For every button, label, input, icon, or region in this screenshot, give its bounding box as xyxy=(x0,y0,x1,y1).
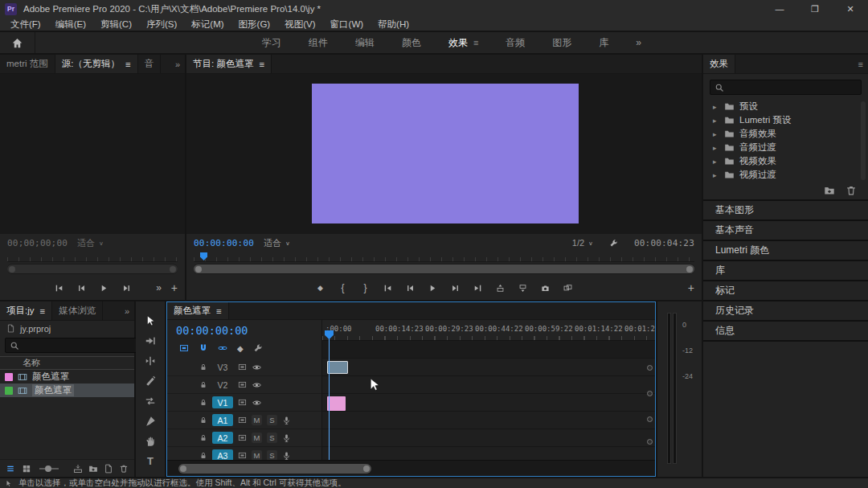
track-row-v2[interactable] xyxy=(322,376,655,394)
delete-custom-item-icon[interactable] xyxy=(845,185,857,196)
lift-button[interactable] xyxy=(489,284,511,293)
program-settings-button[interactable] xyxy=(603,239,624,248)
chevron-right-icon[interactable]: ▸ xyxy=(713,117,719,125)
slip-tool[interactable] xyxy=(142,395,158,407)
panel-tab-libraries[interactable]: 库 xyxy=(703,261,868,281)
lock-icon[interactable] xyxy=(199,398,207,407)
workspace-menu-icon[interactable]: ≡ xyxy=(473,38,478,47)
track-target-v1[interactable]: V1 xyxy=(212,396,233,408)
workspace-tab-color[interactable]: 颜色 xyxy=(402,36,421,50)
effects-search-input[interactable] xyxy=(728,83,857,92)
mute-button[interactable]: M xyxy=(252,450,262,460)
project-search-input[interactable] xyxy=(23,341,137,351)
lock-icon[interactable] xyxy=(199,363,207,371)
source-time-ruler[interactable] xyxy=(7,252,178,262)
tab-overflow-icon[interactable]: » xyxy=(170,55,185,73)
program-playhead[interactable] xyxy=(200,252,207,260)
workspace-tab-assembly[interactable]: 组件 xyxy=(309,36,328,50)
timeline-horizontal-scrollbar[interactable] xyxy=(167,460,655,476)
menu-item-sequence[interactable]: 序列(S) xyxy=(139,18,184,31)
playhead-line[interactable] xyxy=(329,333,330,460)
workspace-tab-libraries[interactable]: 库 xyxy=(599,36,608,50)
chevron-right-icon[interactable]: ▸ xyxy=(713,171,719,179)
effects-scrollbar[interactable] xyxy=(861,101,866,180)
button-editor-add-button[interactable]: + xyxy=(171,281,178,294)
home-button[interactable] xyxy=(0,32,35,53)
solo-button[interactable]: S xyxy=(267,433,277,443)
step-forward-button[interactable] xyxy=(116,284,137,293)
solo-button[interactable]: S xyxy=(267,450,277,460)
effects-search-box[interactable] xyxy=(710,80,862,95)
mark-out-button[interactable]: } xyxy=(354,282,376,293)
track-row-a2[interactable] xyxy=(322,429,655,447)
source-scrollbar[interactable] xyxy=(7,264,178,274)
audio-scroll-knob-top[interactable] xyxy=(647,416,653,422)
project-search-box[interactable] xyxy=(5,338,142,353)
track-row-v3[interactable] xyxy=(322,359,655,376)
track-target-v2[interactable]: V2 xyxy=(212,379,233,391)
track-select-tool[interactable] xyxy=(142,334,158,347)
mute-button[interactable]: M xyxy=(252,433,262,443)
program-resolution-select[interactable]: 1/2 ∨ xyxy=(572,238,593,248)
menu-item-window[interactable]: 窗口(W) xyxy=(323,18,371,31)
scrollbar-thumb[interactable] xyxy=(194,265,694,273)
tab-program-monitor[interactable]: 节目: 颜色遮罩 ≡ xyxy=(186,55,272,73)
step-forward-button[interactable] xyxy=(444,284,466,293)
panel-menu-icon[interactable]: ≡ xyxy=(259,59,264,69)
track-row-a3[interactable] xyxy=(322,447,655,460)
ripple-edit-tool[interactable] xyxy=(142,355,158,367)
menu-item-help[interactable]: 帮助(H) xyxy=(371,18,416,31)
clip-v3[interactable] xyxy=(327,361,348,374)
go-to-in-button[interactable] xyxy=(377,284,399,293)
go-to-out-button[interactable] xyxy=(467,284,489,293)
workspace-tab-effects[interactable]: 效果 xyxy=(448,36,468,50)
menu-item-markers[interactable]: 标记(M) xyxy=(184,18,231,31)
workspace-overflow-button[interactable]: » xyxy=(636,37,641,48)
chevron-right-icon[interactable]: ▸ xyxy=(713,130,719,138)
track-target-a1[interactable]: A1 xyxy=(212,414,233,426)
menu-item-clip[interactable]: 剪辑(C) xyxy=(93,18,139,31)
workspace-tab-editing[interactable]: 编辑 xyxy=(355,36,375,50)
step-back-button[interactable] xyxy=(71,284,92,293)
tab-audio-clip-mixer[interactable]: 音 xyxy=(138,55,162,73)
track-target-a2[interactable]: A2 xyxy=(212,432,233,444)
tab-source-monitor[interactable]: 源:（无剪辑） ≡ xyxy=(55,55,138,73)
voiceover-mic-icon[interactable] xyxy=(282,416,291,425)
timeline-track-area[interactable]: :00:00 00:00:14:23 00:00:29:23 00:00:44:… xyxy=(321,320,655,460)
menu-item-view[interactable]: 视图(V) xyxy=(277,18,322,31)
video-scroll-knob-bottom[interactable] xyxy=(647,391,653,396)
delete-icon[interactable] xyxy=(119,464,129,474)
tab-project[interactable]: 项目:jy ≡ xyxy=(0,301,52,320)
track-output-eye-icon[interactable] xyxy=(252,398,262,408)
effects-folder-video-transitions[interactable]: ▸ 视频过渡 xyxy=(703,168,868,182)
effects-folder-lumetri-presets[interactable]: ▸ Lumetri 预设 xyxy=(703,113,868,127)
selection-tool[interactable] xyxy=(142,314,158,326)
chevron-right-icon[interactable]: ▸ xyxy=(713,144,719,152)
lock-icon[interactable] xyxy=(199,451,207,460)
voiceover-mic-icon[interactable] xyxy=(282,451,291,461)
track-row-a1[interactable] xyxy=(322,412,655,429)
track-target-v3[interactable]: V3 xyxy=(212,361,233,373)
workspace-tab-learning[interactable]: 学习 xyxy=(262,36,281,50)
snap-magnet-icon[interactable] xyxy=(199,343,208,353)
tab-sequence-color-matte[interactable]: 颜色遮罩 ≡ xyxy=(167,302,229,319)
source-zoom-select[interactable]: 适合 ∨ xyxy=(77,237,104,249)
tab-lumetri-scopes[interactable]: metri 范围 xyxy=(0,55,55,73)
menu-item-graphics[interactable]: 图形(G) xyxy=(231,18,278,31)
label-color-swatch[interactable] xyxy=(5,387,13,395)
program-time-ruler[interactable] xyxy=(194,252,694,262)
audio-scroll-knob-bottom[interactable] xyxy=(647,439,653,445)
play-button[interactable] xyxy=(93,284,115,293)
go-to-in-button[interactable] xyxy=(48,284,70,293)
column-header-name[interactable]: 名称 xyxy=(0,356,134,370)
lock-icon[interactable] xyxy=(199,416,207,424)
workspace-tab-audio[interactable]: 音频 xyxy=(506,36,525,50)
track-target-a3[interactable]: A3 xyxy=(212,449,233,460)
panel-tab-lumetri-color[interactable]: Lumetri 颜色 xyxy=(703,241,868,261)
panel-tab-history[interactable]: 历史记录 xyxy=(703,301,868,322)
sync-lock-icon[interactable] xyxy=(238,398,247,407)
zoom-slider[interactable] xyxy=(39,468,59,470)
razor-tool[interactable] xyxy=(142,375,158,387)
export-frame-button[interactable] xyxy=(534,284,556,293)
video-scroll-knob-top[interactable] xyxy=(647,365,653,371)
